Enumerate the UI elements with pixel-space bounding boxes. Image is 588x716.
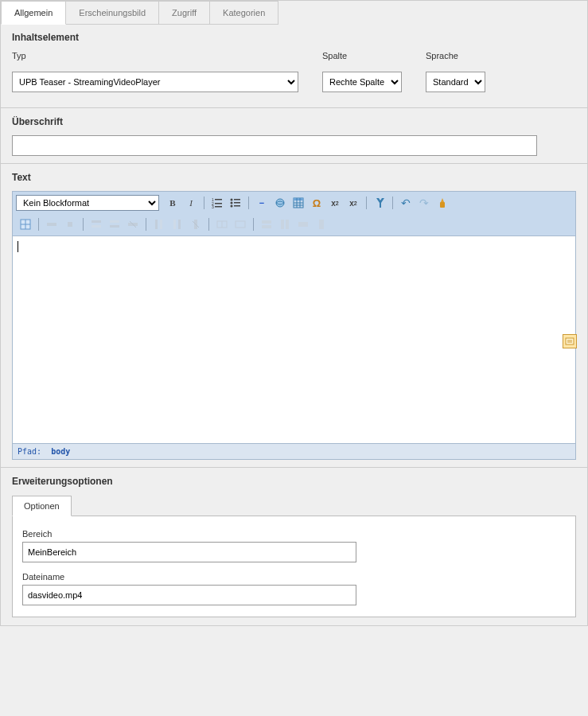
- text-cursor-icon: [18, 241, 18, 252]
- table-insert-icon[interactable]: [18, 216, 33, 232]
- ordered-list-icon[interactable]: 123: [209, 195, 225, 211]
- svg-rect-27: [110, 220, 119, 223]
- svg-rect-34: [178, 220, 181, 229]
- area-input[interactable]: [22, 542, 356, 562]
- tab-options[interactable]: Optionen: [12, 496, 72, 516]
- svg-rect-23: [47, 223, 56, 226]
- extension-title: Erweiterungsoptionen: [12, 476, 576, 487]
- svg-rect-24: [68, 222, 72, 227]
- split-cell-icon: [214, 216, 230, 232]
- separator-icon: [248, 197, 249, 209]
- language-label: Sprache: [426, 51, 485, 60]
- tab-appearance[interactable]: Erscheinungsbild: [65, 1, 159, 25]
- subscript-icon[interactable]: x2: [327, 195, 343, 211]
- type-select[interactable]: UPB Teaser - StreamingVideoPlayer: [12, 72, 298, 92]
- svg-rect-43: [286, 220, 289, 229]
- link-icon[interactable]: [272, 195, 288, 211]
- delete-row-icon: [125, 216, 141, 232]
- bold-icon[interactable]: B: [165, 195, 181, 211]
- svg-rect-1: [215, 199, 222, 200]
- separator-icon: [392, 197, 393, 209]
- rte-toolbar-row2: [16, 216, 572, 232]
- svg-rect-5: [215, 206, 222, 208]
- col-split-icon: [277, 216, 293, 232]
- type-label: Typ: [12, 51, 298, 60]
- horizontal-rule-icon[interactable]: −: [254, 195, 270, 211]
- separator-icon: [208, 218, 209, 231]
- unordered-list-icon[interactable]: [228, 195, 243, 211]
- form-container: Allgemein Erscheinungsbild Zugriff Kateg…: [0, 0, 588, 626]
- insert-row-before-icon: [88, 216, 104, 232]
- heading-input[interactable]: [12, 135, 537, 156]
- options-panel: Bereich Dateiname: [12, 516, 576, 617]
- svg-rect-19: [440, 202, 445, 208]
- column-label: Spalte: [322, 51, 402, 60]
- svg-rect-28: [110, 225, 119, 228]
- table-icon[interactable]: [290, 195, 306, 211]
- rte-toolbar: Kein Blockformat B I 123 −: [13, 192, 575, 236]
- row-split-icon: [259, 216, 275, 232]
- svg-point-12: [276, 199, 284, 207]
- area-label: Bereich: [22, 529, 566, 539]
- toggle-rte-icon[interactable]: [563, 334, 577, 348]
- redo-icon[interactable]: ↷: [416, 195, 432, 211]
- extension-tabs: Optionen: [12, 495, 576, 516]
- filename-input[interactable]: [22, 585, 356, 605]
- separator-icon: [146, 218, 146, 231]
- svg-rect-7: [234, 199, 240, 200]
- find-replace-icon[interactable]: [372, 195, 387, 211]
- svg-rect-14: [294, 198, 303, 200]
- text-title: Text: [12, 172, 576, 183]
- svg-rect-32: [160, 220, 162, 229]
- special-char-icon[interactable]: Ω: [309, 195, 325, 211]
- insert-col-after-icon: [169, 216, 185, 232]
- separator-icon: [83, 218, 84, 231]
- svg-rect-9: [234, 202, 240, 204]
- tab-general[interactable]: Allgemein: [1, 1, 66, 25]
- separator-icon: [204, 197, 204, 209]
- svg-rect-44: [298, 222, 308, 227]
- svg-point-6: [231, 199, 233, 201]
- merge-cell-icon: [232, 216, 248, 232]
- rte-path-bar: Pfad: body: [13, 443, 575, 459]
- separator-icon: [366, 197, 367, 209]
- svg-rect-41: [262, 225, 271, 228]
- rich-text-editor: Kein Blockformat B I 123 −: [12, 191, 576, 460]
- svg-rect-45: [319, 220, 324, 229]
- cleanup-icon[interactable]: [434, 195, 450, 211]
- separator-icon: [253, 218, 254, 231]
- heading-title: Überschrift: [12, 116, 576, 127]
- rte-wrapper: Kein Blockformat B I 123 −: [12, 191, 576, 460]
- svg-point-10: [231, 205, 233, 208]
- svg-rect-3: [215, 203, 222, 204]
- section-extension: Erweiterungsoptionen Optionen Bereich Da…: [1, 467, 587, 625]
- column-select[interactable]: Rechte Spalte: [322, 72, 402, 92]
- italic-icon[interactable]: I: [183, 195, 199, 211]
- block-format-select[interactable]: Kein Blockformat: [16, 195, 159, 211]
- svg-rect-25: [92, 220, 101, 223]
- svg-rect-26: [92, 225, 101, 228]
- svg-rect-31: [155, 220, 158, 229]
- svg-rect-39: [236, 221, 245, 228]
- svg-rect-46: [566, 338, 574, 344]
- language-select[interactable]: Standard: [426, 72, 485, 92]
- section-text: Text Kein Blockformat B I 123: [1, 163, 587, 468]
- svg-rect-11: [234, 205, 240, 207]
- filename-label: Dateiname: [22, 572, 566, 582]
- undo-icon[interactable]: ↶: [398, 195, 414, 211]
- rte-content-area[interactable]: [13, 236, 575, 443]
- insert-row-after-icon: [107, 216, 123, 232]
- tab-access[interactable]: Zugriff: [158, 1, 210, 25]
- svg-point-8: [231, 202, 233, 204]
- superscript-icon[interactable]: x2: [345, 195, 361, 211]
- svg-rect-33: [173, 220, 176, 229]
- section-heading: Überschrift: [1, 107, 587, 164]
- section-content-element: Inhaltselement Typ UPB Teaser - Streamin…: [1, 24, 587, 108]
- main-tabs: Allgemein Erscheinungsbild Zugriff Kateg…: [1, 1, 587, 25]
- svg-text:3: 3: [212, 204, 214, 208]
- svg-rect-42: [281, 220, 284, 229]
- col-merge-icon: [313, 216, 329, 232]
- delete-col-icon: [188, 216, 204, 232]
- path-value[interactable]: body: [51, 447, 70, 456]
- tab-categories[interactable]: Kategorien: [209, 1, 278, 25]
